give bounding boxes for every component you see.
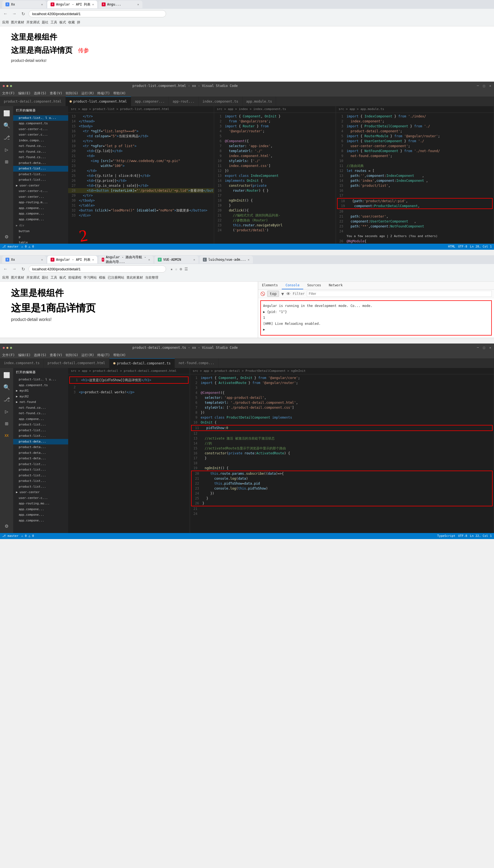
browser-tab-xx-1[interactable]: X Xx × [2,1,46,8]
s2-dir-myc02[interactable]: ▶ myc02 [13,394,68,400]
s2-file-app-comp-4[interactable]: app.compone... [13,518,68,524]
editor-content-product-list[interactable]: 13 </tr> 14</thead> 15<tbody> 16 <tr *ng… [68,113,214,244]
explorer-icon[interactable]: ⬜ [2,108,12,118]
browser-tab-angular-1[interactable]: A Angular - API 列表 × [47,1,97,8]
s2-file-product-deta-4[interactable]: product-deta... [13,456,68,462]
devtools-tab-console[interactable]: Console [282,282,304,289]
sidebar-file-app-comp-2[interactable]: app.compone... [13,211,68,217]
sidebar-file-user-center-2[interactable]: user-center.c... [13,132,68,138]
explorer-icon-2[interactable]: ⬜ [2,370,12,380]
s2-dir-notfound[interactable]: ▶ not-found [13,399,68,405]
tab-close-xx-2[interactable]: × [41,258,43,262]
tab2-product-html[interactable]: product-detail.component.html [44,358,109,368]
maximize-icon[interactable]: □ [483,84,485,88]
tab-close-angular-1[interactable]: × [92,3,94,6]
bm-images-2[interactable]: 图片素材 [11,275,24,280]
sidebar-dir-user-center[interactable]: ▶ user-center [13,183,68,189]
sidebar-file-product-list-2[interactable]: product-list... [13,172,68,178]
sidebar-file-product-list-3[interactable]: product-list... [13,177,68,183]
s2-file-product-deta-active[interactable]: product-deta... [13,439,68,445]
sidebar-file-user-center-s[interactable]: user-center... [13,194,68,200]
refresh-button-2[interactable]: ↻ [20,266,26,272]
s2-file-product-deta-3[interactable]: product-deta... [13,450,68,456]
sidebar-element-table[interactable]: table [13,240,68,244]
s2-file-product-list-a4[interactable]: product-list... [13,478,68,484]
menu2-view[interactable]: 查看(V) [50,353,62,357]
tab-close-angu-1[interactable]: × [137,3,139,6]
bm-registered[interactable]: 已注册网站 [108,275,124,280]
menu-terminal[interactable]: 终端(T) [97,91,110,96]
bm-frontend[interactable]: 前端课程 [68,275,81,280]
git-icon[interactable]: ⎇ [2,133,12,143]
tab-app-module[interactable]: app.module.ts [243,96,276,106]
menu2-file[interactable]: 文件(F) [2,353,15,357]
bm-app-2[interactable]: 应用 [2,275,9,280]
tab2-index[interactable]: index.component.ts [0,358,44,368]
vscode-max-icon[interactable]: ● [10,83,12,88]
bookmark-layout[interactable]: 板式 [59,20,66,25]
sidebar-file-not-found-2[interactable]: not-found.co... [13,149,68,155]
editor-content-detail-ts[interactable]: 1import { Component, OnInit } from '@ang… [190,374,494,533]
maximize-icon-2[interactable]: □ [483,346,485,350]
xx-icon[interactable]: XX [2,431,12,441]
menu-select[interactable]: 选择(S) [34,91,46,96]
sidebar-element-button[interactable]: button [13,228,68,234]
s2-dir-user-center[interactable]: ▶ user-center [13,490,68,495]
sidebar-file-user-center-c[interactable]: user-center-c... [13,188,68,194]
browser-tab-luichooy[interactable]: L luichooy/vue-adm... × [200,256,253,263]
tab-app-routing[interactable]: app-rout... [169,96,198,106]
menu-run[interactable]: 运行(R) [81,91,94,96]
bm-layout-2[interactable]: 板式 [59,275,66,280]
bookmark-pin[interactable]: 拼 [77,20,80,25]
s2-file-app-routing[interactable]: app-routing.mo... [13,501,68,506]
sidebar-file-app-component[interactable]: app.component.ts [13,121,68,127]
s2-file-app-comp-2[interactable]: app.compone... [13,506,68,512]
bm-tools-2[interactable]: 工具 [51,275,57,280]
minimize-icon[interactable]: ─ [477,84,479,88]
tab-app-component[interactable]: app.componer... [131,96,169,106]
s2-file-product-deta-2[interactable]: product-deta... [13,444,68,450]
s2-file-product-list-a3[interactable]: product-list... [13,473,68,479]
s2-file-product-list-a2[interactable]: product-list... [13,467,68,473]
sidebar-file-app-routing[interactable]: app-routing.m... [13,200,68,205]
editor-content-index[interactable]: 1import { Component, OnInit } 2 from '@a… [214,113,336,244]
s2-file-2[interactable]: app.component.ts [13,383,68,388]
sidebar-file-user-center-1[interactable]: user-center-c... [13,127,68,132]
editor-content-module[interactable]: 1import { IndexComponent } from './index… [336,113,494,244]
vscode2-max[interactable]: ● [10,345,12,350]
forward-button-2[interactable]: → [11,266,18,272]
bm-template[interactable]: 模板 [99,275,106,280]
tab-close-xx[interactable]: × [41,3,43,6]
menu-help[interactable]: 帮助(H) [113,91,126,96]
s2-file-product-list-2[interactable]: product-list... [13,428,68,433]
menu-goto[interactable]: 转到(G) [66,91,78,96]
back-button-2[interactable]: ← [2,266,9,272]
menu2-run[interactable]: 运行(R) [81,353,94,357]
bm-current[interactable]: 当前整理 [145,275,158,280]
console-arrow-icon[interactable]: ▼ [281,291,284,296]
bookmark-devtools[interactable]: 开发调试 [26,20,40,25]
tab-product-list-html[interactable]: product-list.component.html [66,96,131,106]
menu2-edit[interactable]: 编辑(E) [18,353,31,357]
forward-button-1[interactable]: → [11,11,18,17]
back-button-1[interactable]: ← [2,11,9,17]
browser-tab-xx-2[interactable]: X Xx × [2,256,46,263]
s2-dir-myc01[interactable]: ▶ myc01 [13,388,68,394]
sidebar-file-app-comp-1[interactable]: app.compone... [13,205,68,211]
s2-file-app-comp-3[interactable]: app.compone... [13,512,68,518]
tab-close-routing[interactable]: × [148,258,150,262]
devtools-tab-sources[interactable]: Sources [303,282,325,289]
tab2-not-found[interactable]: not-found.compo... [175,358,218,368]
bm-forum-2[interactable]: 题社 [42,275,49,280]
bookmark-collect[interactable]: 收藏 [68,20,75,25]
settings-icon[interactable]: ⚙ [2,232,12,241]
menu2-terminal[interactable]: 终端(T) [97,353,110,357]
editor-content-detail-html[interactable]: 1<h1>这里是{{pidToShow}}商品详情页</h1> 2 3<p>pr… [68,374,190,533]
vscode2-close[interactable]: ● [3,345,5,350]
address-bar-2[interactable] [28,265,166,273]
console-filter-input[interactable] [307,291,492,297]
s2-file-1[interactable]: product-list.、l u... [13,377,68,383]
browser-tab-angu-1[interactable]: A Angu... × [98,1,142,8]
sidebar-file-product-list[interactable]: product-list.、l u... [13,115,68,121]
devtools-tab-elements[interactable]: Elements [258,282,282,289]
